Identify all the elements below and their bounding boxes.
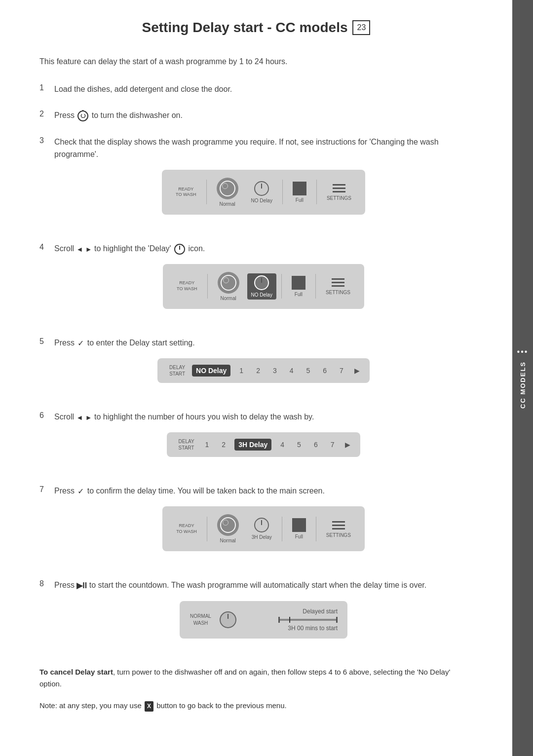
countdown-bar-container — [278, 617, 338, 623]
full-square-icon-7 — [292, 518, 306, 532]
full-label-step4: Full — [295, 292, 303, 297]
step-text-1: Load the dishes, add detergent and close… — [54, 83, 473, 96]
display-panel-step3: READYTO WASH Normal NO Delay — [162, 170, 365, 215]
page-title: Setting Delay start - CC models — [142, 20, 348, 36]
divider-9 — [316, 517, 316, 541]
delay-option-6-2: 2 — [218, 439, 229, 451]
display-step8: NORMALWASH Delayed start — [54, 601, 473, 639]
step-number-7: 7 — [39, 485, 54, 494]
delay-option-6-7: 7 — [327, 439, 339, 451]
step-number-8: 8 — [39, 579, 54, 588]
display-step4: READYTO WASH Normal NO Delay — [54, 264, 473, 309]
countdown-info: Delayed start 3H 00 mins to start — [278, 608, 338, 632]
step-text-6: Scroll ◄ ► to highlight the number of ho… — [54, 413, 314, 421]
full-icon-section-step4: Full — [287, 273, 310, 300]
delay-option-1: 1 — [235, 365, 247, 377]
delay-label-step7: 3H Delay — [252, 534, 272, 540]
settings-line-4 — [332, 278, 344, 280]
page-header: Setting Delay start - CC models 23 — [39, 20, 473, 36]
scroll-left-icon-6: ◄ — [76, 412, 83, 423]
back-note-section: Note: at any step, you may use X button … — [39, 700, 473, 712]
scroll-right-icon-6: ► — [85, 412, 92, 423]
check-icon-step7: ✓ — [77, 485, 84, 498]
step-6: 6 Scroll ◄ ► to highlight the number of … — [39, 411, 473, 471]
settings-line-1 — [333, 184, 345, 186]
ready-to-wash-label: READYTO WASH — [176, 187, 196, 198]
delay-option-5: 5 — [303, 365, 314, 377]
tab-dots: ••• — [517, 347, 529, 356]
settings-line-6 — [332, 285, 344, 287]
divider-5 — [281, 274, 282, 299]
clock-icon-step8 — [220, 611, 236, 628]
settings-label-step4: SETTINGS — [326, 290, 350, 295]
countdown-bar — [278, 619, 338, 621]
delay-start-label-6: DELAYSTART — [177, 438, 196, 451]
delay-option-3h: 3H Delay — [234, 439, 271, 451]
step-number-6: 6 — [39, 411, 54, 420]
clock-icon-step4 — [254, 275, 269, 290]
delay-option-7: 7 — [336, 365, 347, 377]
scroll-left-icon: ◄ — [76, 244, 83, 255]
settings-icon-section-step4: SETTINGS — [321, 274, 355, 298]
step-text-3: Check that the display shows the wash pr… — [54, 138, 439, 159]
normal-label-step4: Normal — [220, 296, 236, 301]
step-1: 1 Load the dishes, add detergent and clo… — [39, 83, 473, 96]
wash-bowl-inner-7 — [220, 517, 236, 533]
ready-to-wash-step4: READYTO WASH — [172, 277, 202, 295]
delay-option-2: 2 — [252, 365, 264, 377]
ready-to-wash-step3: READYTO WASH — [171, 184, 201, 201]
delayed-start-label: Delayed start — [303, 608, 338, 615]
cancel-note: To cancel Delay start, turn power to the… — [39, 666, 473, 690]
settings-line-2 — [333, 188, 345, 189]
step-3: 3 Check that the display shows the wash … — [39, 136, 473, 228]
delay-option-6-5: 5 — [293, 439, 305, 451]
step-text-5: Press ✓ to enter the Delay start setting… — [54, 339, 195, 347]
clock-icon-step3 — [254, 181, 269, 196]
right-sidebar-tab: ••• CC MODELS — [512, 0, 533, 756]
divider-4 — [207, 274, 208, 299]
main-content: Setting Delay start - CC models 23 This … — [0, 0, 512, 756]
play-pause-icon-step8: ▶︎II — [76, 579, 87, 592]
display-panel-step4: READYTO WASH Normal NO Delay — [163, 264, 364, 309]
no-delay-label-step4: NO Delay — [251, 292, 272, 298]
full-square-icon-4 — [292, 276, 305, 290]
delay-arrow-right: ▶ — [354, 367, 360, 375]
countdown-time-label: 3H 00 mins to start — [288, 625, 338, 632]
full-square-icon-step3 — [293, 182, 306, 195]
page-container: Setting Delay start - CC models 23 This … — [0, 0, 533, 756]
normal-wash-label: NORMALWASH — [190, 613, 212, 627]
step-text-4: Scroll ◄ ► to highlight the 'Delay' icon… — [54, 244, 205, 253]
delay-option-6-6: 6 — [310, 439, 322, 451]
settings-label-step7: SETTINGS — [326, 532, 351, 538]
intro-text: This feature can delay the start of a wa… — [39, 55, 473, 68]
display-step3: READYTO WASH Normal NO Delay — [54, 170, 473, 215]
divider-1 — [206, 180, 207, 204]
back-note-suffix: button to go back to the previous menu. — [154, 701, 287, 710]
settings-line-3 — [333, 191, 345, 192]
settings-icon-section-step7: SETTINGS — [321, 517, 356, 541]
divider-7 — [207, 517, 207, 541]
display-step7: READYTO WASH Normal 3H Delay — [54, 506, 473, 551]
power-icon-step2: ⏻ — [77, 111, 88, 121]
settings-icon-step3 — [332, 183, 346, 193]
wash-bowl-icon-7 — [217, 514, 239, 536]
settings-line-7c — [332, 528, 345, 529]
delay-option-6: 6 — [319, 365, 331, 377]
settings-label-step3: SETTINGS — [327, 195, 351, 201]
wash-bowl-inner-4 — [221, 275, 236, 291]
ready-to-wash-label-4: READYTO WASH — [177, 280, 197, 292]
step-text-7: Press ✓ to confirm the delay time. You w… — [54, 487, 325, 495]
delay-option-4: 4 — [286, 365, 298, 377]
full-icon-section-step7: Full — [287, 515, 311, 542]
normal-label-step7: Normal — [220, 538, 236, 543]
clock-icon-step7 — [254, 518, 269, 532]
wash-bowl-inner — [220, 181, 235, 196]
step-number-5: 5 — [39, 337, 54, 346]
step-number-4: 4 — [39, 242, 54, 252]
settings-icon-step4 — [331, 277, 345, 288]
full-label-step7: Full — [295, 534, 303, 539]
step-number-3: 3 — [39, 136, 54, 145]
scroll-right-icon: ► — [85, 244, 92, 255]
display-panel-step7: READYTO WASH Normal 3H Delay — [162, 506, 365, 551]
settings-line-5 — [332, 282, 344, 283]
